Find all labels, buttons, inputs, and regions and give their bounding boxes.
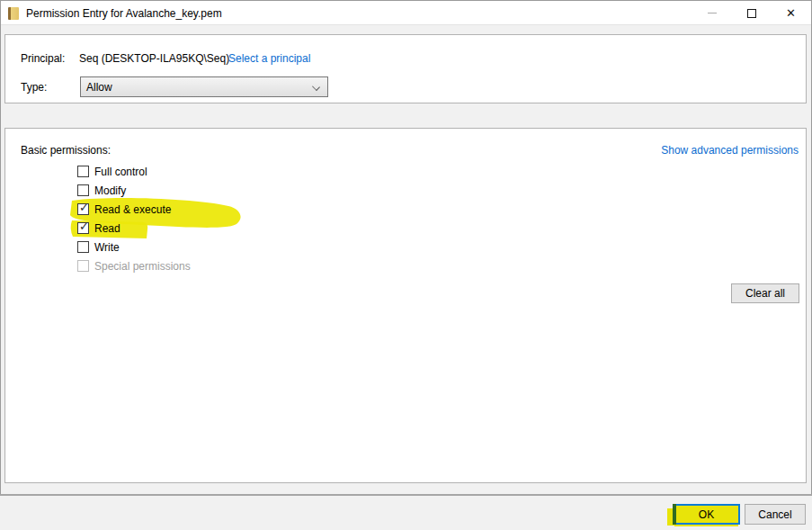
maximize-icon [747,9,756,18]
permission-label-full-control[interactable]: Full control [94,166,147,178]
cancel-button[interactable]: Cancel [745,504,806,525]
checkbox-special-permissions [77,260,89,272]
checkbox-full-control[interactable] [77,166,89,177]
select-a-principal-link[interactable]: Select a principal [228,52,310,65]
principal-label: Principal: [21,52,65,65]
checkbox-modify[interactable] [77,184,89,196]
checkmark-icon: ✓ [79,220,89,232]
minimize-button[interactable] [692,1,732,25]
yellow-marker-highlights [5,129,808,484]
ok-button[interactable]: OK [673,504,740,525]
permission-label-read[interactable]: Read [94,222,120,235]
checkbox-read[interactable]: ✓ [77,222,89,234]
type-label: Type: [21,81,47,94]
principal-type-panel: Principal: Seq (DESKTOP-ILA95KQ\Seq) Sel… [4,34,807,103]
type-dropdown[interactable]: Allow [80,76,328,97]
show-advanced-permissions-link[interactable]: Show advanced permissions [661,144,799,157]
basic-permissions-panel: Basic permissions: Show advanced permiss… [4,128,807,483]
permission-label-read-execute[interactable]: Read & execute [94,203,171,216]
close-button[interactable]: ✕ [771,1,811,25]
permission-entry-dialog: Permission Entry for Avalanche_key.pem ✕… [0,0,812,530]
checkmark-icon: ✓ [79,202,89,213]
checkbox-write[interactable] [77,241,89,253]
principal-value: Seq (DESKTOP-ILA95KQ\Seq) [79,52,229,65]
permission-label-write[interactable]: Write [94,241,120,254]
minimize-icon [708,13,717,13]
permissions-file-icon [8,7,19,20]
clear-all-button[interactable]: Clear all [731,283,799,303]
title-bar: Permission Entry for Avalanche_key.pem ✕ [1,1,811,25]
type-dropdown-value: Allow [86,81,112,94]
maximize-button[interactable] [731,1,772,25]
chevron-down-icon [312,83,320,91]
permission-label-special-permissions: Special permissions [94,260,191,273]
footer-bar: OK Cancel [0,496,812,530]
checkbox-read-execute[interactable]: ✓ [77,203,89,215]
window-title: Permission Entry for Avalanche_key.pem [26,7,222,20]
close-icon: ✕ [786,7,796,19]
permission-label-modify[interactable]: Modify [94,184,126,197]
basic-permissions-label: Basic permissions: [21,144,111,157]
